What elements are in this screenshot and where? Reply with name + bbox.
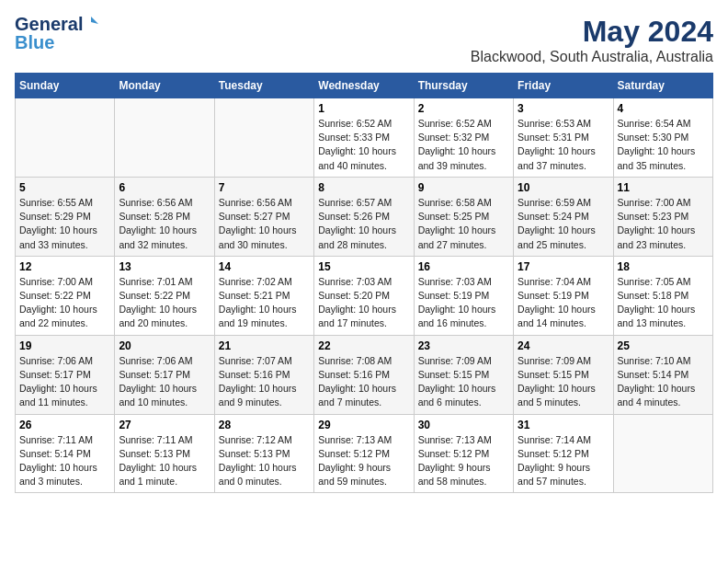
calendar-cell xyxy=(613,414,712,493)
day-info: Sunrise: 6:53 AM Sunset: 5:31 PM Dayligh… xyxy=(518,117,609,173)
calendar-cell: 15Sunrise: 7:03 AM Sunset: 5:20 PM Dayli… xyxy=(314,256,414,335)
calendar-cell: 28Sunrise: 7:12 AM Sunset: 5:13 PM Dayli… xyxy=(214,414,313,493)
day-info: Sunrise: 7:03 AM Sunset: 5:20 PM Dayligh… xyxy=(318,275,409,331)
day-number: 9 xyxy=(418,181,509,194)
day-info: Sunrise: 7:07 AM Sunset: 5:16 PM Dayligh… xyxy=(219,354,310,410)
calendar-cell xyxy=(16,98,115,178)
calendar-cell: 10Sunrise: 6:59 AM Sunset: 5:24 PM Dayli… xyxy=(514,177,613,256)
calendar-cell: 25Sunrise: 7:10 AM Sunset: 5:14 PM Dayli… xyxy=(613,335,712,414)
day-info: Sunrise: 7:03 AM Sunset: 5:19 PM Dayligh… xyxy=(418,275,509,331)
day-number: 1 xyxy=(318,102,409,115)
logo-bird-icon xyxy=(84,15,98,29)
logo: General Blue xyxy=(15,15,98,52)
col-header-friday: Friday xyxy=(514,74,613,98)
day-info: Sunrise: 7:11 AM Sunset: 5:14 PM Dayligh… xyxy=(19,433,110,489)
day-info: Sunrise: 7:08 AM Sunset: 5:16 PM Dayligh… xyxy=(318,354,409,410)
calendar-week-row: 5Sunrise: 6:55 AM Sunset: 5:29 PM Daylig… xyxy=(16,177,713,256)
calendar-cell: 24Sunrise: 7:09 AM Sunset: 5:15 PM Dayli… xyxy=(514,335,613,414)
day-info: Sunrise: 6:56 AM Sunset: 5:28 PM Dayligh… xyxy=(119,196,210,252)
col-header-thursday: Thursday xyxy=(414,74,513,98)
day-number: 31 xyxy=(518,419,609,431)
day-number: 5 xyxy=(19,181,110,194)
day-info: Sunrise: 7:13 AM Sunset: 5:12 PM Dayligh… xyxy=(318,433,409,489)
day-info: Sunrise: 6:58 AM Sunset: 5:25 PM Dayligh… xyxy=(418,196,509,252)
calendar-cell xyxy=(115,98,214,178)
day-info: Sunrise: 7:04 AM Sunset: 5:19 PM Dayligh… xyxy=(518,275,609,331)
day-number: 10 xyxy=(518,181,609,194)
day-info: Sunrise: 7:06 AM Sunset: 5:17 PM Dayligh… xyxy=(119,354,210,410)
day-number: 4 xyxy=(618,102,709,115)
day-number: 11 xyxy=(618,181,709,194)
calendar-cell: 16Sunrise: 7:03 AM Sunset: 5:19 PM Dayli… xyxy=(414,256,513,335)
calendar-cell: 3Sunrise: 6:53 AM Sunset: 5:31 PM Daylig… xyxy=(514,98,613,178)
calendar-cell: 7Sunrise: 6:56 AM Sunset: 5:27 PM Daylig… xyxy=(214,177,313,256)
calendar-table: SundayMondayTuesdayWednesdayThursdayFrid… xyxy=(15,73,713,493)
day-number: 6 xyxy=(119,181,210,194)
calendar-cell: 1Sunrise: 6:52 AM Sunset: 5:33 PM Daylig… xyxy=(314,98,414,178)
calendar-week-row: 26Sunrise: 7:11 AM Sunset: 5:14 PM Dayli… xyxy=(16,414,713,493)
day-number: 8 xyxy=(318,181,409,194)
calendar-cell: 6Sunrise: 6:56 AM Sunset: 5:28 PM Daylig… xyxy=(115,177,214,256)
logo-general-text: General xyxy=(15,15,83,33)
calendar-cell: 20Sunrise: 7:06 AM Sunset: 5:17 PM Dayli… xyxy=(115,335,214,414)
day-info: Sunrise: 6:54 AM Sunset: 5:30 PM Dayligh… xyxy=(618,117,709,173)
day-info: Sunrise: 7:10 AM Sunset: 5:14 PM Dayligh… xyxy=(618,354,709,410)
calendar-cell: 8Sunrise: 6:57 AM Sunset: 5:26 PM Daylig… xyxy=(314,177,414,256)
calendar-cell: 11Sunrise: 7:00 AM Sunset: 5:23 PM Dayli… xyxy=(613,177,712,256)
calendar-cell: 23Sunrise: 7:09 AM Sunset: 5:15 PM Dayli… xyxy=(414,335,513,414)
col-header-sunday: Sunday xyxy=(16,74,115,98)
day-info: Sunrise: 7:11 AM Sunset: 5:13 PM Dayligh… xyxy=(119,433,210,489)
day-number: 12 xyxy=(19,260,110,273)
day-number: 14 xyxy=(219,260,310,273)
day-number: 28 xyxy=(219,419,310,431)
calendar-cell: 18Sunrise: 7:05 AM Sunset: 5:18 PM Dayli… xyxy=(613,256,712,335)
calendar-cell: 30Sunrise: 7:13 AM Sunset: 5:12 PM Dayli… xyxy=(414,414,513,493)
col-header-monday: Monday xyxy=(115,74,214,98)
day-info: Sunrise: 7:09 AM Sunset: 5:15 PM Dayligh… xyxy=(418,354,509,410)
calendar-cell: 2Sunrise: 6:52 AM Sunset: 5:32 PM Daylig… xyxy=(414,98,513,178)
svg-marker-0 xyxy=(91,17,98,24)
calendar-cell: 4Sunrise: 6:54 AM Sunset: 5:30 PM Daylig… xyxy=(613,98,712,178)
col-header-saturday: Saturday xyxy=(613,74,712,98)
day-number: 13 xyxy=(119,260,210,273)
day-number: 3 xyxy=(518,102,609,115)
calendar-cell: 13Sunrise: 7:01 AM Sunset: 5:22 PM Dayli… xyxy=(115,256,214,335)
day-info: Sunrise: 7:12 AM Sunset: 5:13 PM Dayligh… xyxy=(219,433,310,489)
calendar-cell: 21Sunrise: 7:07 AM Sunset: 5:16 PM Dayli… xyxy=(214,335,313,414)
day-number: 27 xyxy=(119,419,210,431)
day-info: Sunrise: 7:14 AM Sunset: 5:12 PM Dayligh… xyxy=(518,433,609,489)
col-header-wednesday: Wednesday xyxy=(314,74,414,98)
calendar-cell: 12Sunrise: 7:00 AM Sunset: 5:22 PM Dayli… xyxy=(16,256,115,335)
day-number: 21 xyxy=(219,339,310,352)
calendar-cell: 17Sunrise: 7:04 AM Sunset: 5:19 PM Dayli… xyxy=(514,256,613,335)
calendar-cell: 27Sunrise: 7:11 AM Sunset: 5:13 PM Dayli… xyxy=(115,414,214,493)
calendar-cell: 19Sunrise: 7:06 AM Sunset: 5:17 PM Dayli… xyxy=(16,335,115,414)
calendar-week-row: 19Sunrise: 7:06 AM Sunset: 5:17 PM Dayli… xyxy=(16,335,713,414)
day-number: 30 xyxy=(418,419,509,431)
calendar-cell: 5Sunrise: 6:55 AM Sunset: 5:29 PM Daylig… xyxy=(16,177,115,256)
day-info: Sunrise: 6:52 AM Sunset: 5:32 PM Dayligh… xyxy=(418,117,509,173)
col-header-tuesday: Tuesday xyxy=(214,74,313,98)
day-number: 29 xyxy=(318,419,409,431)
day-info: Sunrise: 6:57 AM Sunset: 5:26 PM Dayligh… xyxy=(318,196,409,252)
day-info: Sunrise: 7:00 AM Sunset: 5:22 PM Dayligh… xyxy=(19,275,110,331)
calendar-week-row: 1Sunrise: 6:52 AM Sunset: 5:33 PM Daylig… xyxy=(16,98,713,178)
calendar-header: SundayMondayTuesdayWednesdayThursdayFrid… xyxy=(16,74,713,98)
day-number: 17 xyxy=(518,260,609,273)
calendar-week-row: 12Sunrise: 7:00 AM Sunset: 5:22 PM Dayli… xyxy=(16,256,713,335)
day-number: 26 xyxy=(19,419,110,431)
day-info: Sunrise: 6:52 AM Sunset: 5:33 PM Dayligh… xyxy=(318,117,409,173)
calendar-cell: 29Sunrise: 7:13 AM Sunset: 5:12 PM Dayli… xyxy=(314,414,414,493)
calendar-cell: 26Sunrise: 7:11 AM Sunset: 5:14 PM Dayli… xyxy=(16,414,115,493)
day-number: 20 xyxy=(119,339,210,352)
day-number: 2 xyxy=(418,102,509,115)
day-number: 22 xyxy=(318,339,409,352)
logo-blue-text: Blue xyxy=(15,33,54,52)
calendar-cell: 9Sunrise: 6:58 AM Sunset: 5:25 PM Daylig… xyxy=(414,177,513,256)
day-number: 18 xyxy=(618,260,709,273)
day-number: 23 xyxy=(418,339,509,352)
day-info: Sunrise: 6:55 AM Sunset: 5:29 PM Dayligh… xyxy=(19,196,110,252)
main-title: May 2024 xyxy=(471,15,713,49)
day-number: 24 xyxy=(518,339,609,352)
day-number: 19 xyxy=(19,339,110,352)
